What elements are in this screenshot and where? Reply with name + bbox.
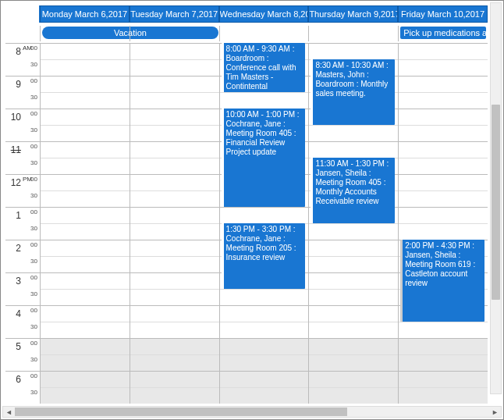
time-slot[interactable] (41, 223, 130, 240)
time-slot[interactable] (130, 109, 219, 125)
time-slot[interactable] (309, 272, 398, 289)
time-slot[interactable] (309, 322, 398, 338)
time-slot[interactable] (399, 76, 488, 92)
time-slot[interactable] (41, 158, 130, 174)
time-slot[interactable] (130, 322, 219, 338)
time-slot[interactable] (399, 387, 488, 404)
time-slot[interactable] (130, 272, 219, 289)
allday-event-pickup[interactable]: Pick up medications at... (400, 27, 486, 39)
day-header-thu[interactable]: Thursday March 9,2017 (308, 5, 398, 23)
time-slot[interactable] (399, 141, 488, 158)
time-slot[interactable] (130, 59, 219, 76)
time-slot[interactable] (130, 190, 219, 207)
time-slot[interactable] (399, 371, 488, 387)
day-col-wed[interactable]: 8:00 AM - 9:30 AM : Boardroom : Conferen… (219, 43, 309, 404)
time-slot[interactable] (41, 289, 130, 305)
event-wed-conference-call[interactable]: 8:00 AM - 9:30 AM : Boardroom : Conferen… (222, 43, 306, 92)
time-slot[interactable] (399, 322, 488, 338)
time-slot[interactable] (309, 338, 398, 354)
time-slot[interactable] (41, 272, 130, 289)
time-slot[interactable] (130, 125, 219, 141)
time-slot[interactable] (41, 190, 130, 207)
allday-thu[interactable] (308, 26, 398, 41)
event-wed-insurance-review[interactable]: 1:30 PM - 3:30 PM : Cochrane, Jane : Mee… (222, 223, 306, 289)
allday-wed[interactable] (219, 26, 309, 41)
day-header-tue[interactable]: Tuesday March 7,2017 (130, 5, 219, 23)
time-slot[interactable] (130, 43, 219, 59)
time-slot[interactable] (41, 240, 130, 256)
time-slot[interactable] (399, 125, 488, 141)
time-slot[interactable] (130, 354, 219, 371)
day-col-fri[interactable]: 2:00 PM - 4:30 PM : Jansen, Sheila : Mee… (398, 43, 488, 404)
time-slot[interactable] (399, 190, 488, 207)
horizontal-scrollbar-thumb[interactable] (15, 408, 347, 416)
time-slot[interactable] (309, 387, 398, 404)
scroll-left-icon[interactable]: ◄ (3, 407, 15, 417)
day-col-tue[interactable] (130, 43, 219, 404)
horizontal-scrollbar-track[interactable] (15, 407, 489, 417)
time-slot[interactable] (309, 141, 398, 158)
time-slot[interactable] (309, 43, 398, 59)
time-slot[interactable] (220, 92, 309, 109)
time-slot[interactable] (130, 371, 219, 387)
time-slot[interactable] (220, 305, 309, 322)
time-slot[interactable] (41, 76, 130, 92)
time-slot[interactable] (399, 92, 488, 109)
time-slot[interactable] (41, 59, 130, 76)
time-slot[interactable] (399, 109, 488, 125)
time-slot[interactable] (399, 158, 488, 174)
time-slot[interactable] (41, 92, 130, 109)
day-header-mon[interactable]: Monday March 6,2017 (40, 5, 130, 23)
time-slot[interactable] (220, 289, 309, 305)
time-slot[interactable] (41, 109, 130, 125)
time-slot[interactable] (399, 59, 488, 76)
time-slot[interactable] (220, 387, 309, 404)
time-slot[interactable] (130, 223, 219, 240)
time-slot[interactable] (41, 322, 130, 338)
time-slot[interactable] (130, 305, 219, 322)
time-slot[interactable] (220, 338, 309, 354)
allday-tue[interactable] (130, 26, 219, 41)
time-slot[interactable] (309, 223, 398, 240)
time-slot[interactable] (41, 174, 130, 190)
time-slot[interactable] (41, 354, 130, 371)
time-slot[interactable] (41, 338, 130, 354)
event-wed-financial-review[interactable]: 10:00 AM - 1:00 PM : Cochrane, Jane : Me… (222, 109, 306, 207)
time-slot[interactable] (41, 207, 130, 223)
vertical-scrollbar-thumb[interactable] (492, 105, 500, 300)
day-header-wed[interactable]: Wednesday March 8,2017 (219, 5, 309, 23)
time-slot[interactable] (309, 125, 398, 141)
time-slot[interactable] (130, 240, 219, 256)
event-thu-sales-meeting[interactable]: 8:30 AM - 10:30 AM : Masters, John : Boa… (311, 59, 395, 125)
time-slot[interactable] (309, 354, 398, 371)
time-slot[interactable] (399, 174, 488, 190)
time-slot[interactable] (130, 387, 219, 404)
time-slot[interactable] (41, 305, 130, 322)
day-col-mon[interactable] (40, 43, 130, 404)
time-slot[interactable] (399, 207, 488, 223)
time-slot[interactable] (399, 338, 488, 354)
time-slot[interactable] (130, 158, 219, 174)
time-slot[interactable] (309, 240, 398, 256)
time-slot[interactable] (41, 256, 130, 272)
time-slot[interactable] (130, 174, 219, 190)
time-slot[interactable] (41, 43, 130, 59)
day-header-fri[interactable]: Friday March 10,2017 (398, 5, 488, 23)
time-slot[interactable] (309, 289, 398, 305)
vertical-scrollbar[interactable] (490, 2, 502, 394)
time-slot[interactable] (41, 141, 130, 158)
day-col-thu[interactable]: 8:30 AM - 10:30 AM : Masters, John : Boa… (308, 43, 398, 404)
time-slot[interactable] (130, 141, 219, 158)
time-slot[interactable] (220, 371, 309, 387)
scroll-right-icon[interactable]: ► (489, 407, 501, 417)
time-slot[interactable] (130, 207, 219, 223)
allday-mon[interactable]: Vacation (40, 26, 130, 41)
time-slot[interactable] (399, 223, 488, 240)
time-slot[interactable] (309, 256, 398, 272)
time-slot[interactable] (399, 43, 488, 59)
time-slot[interactable] (399, 354, 488, 371)
time-slot[interactable] (220, 322, 309, 338)
event-thu-accounts-review[interactable]: 11:30 AM - 1:30 PM : Jansen, Sheila : Me… (311, 158, 395, 223)
time-slot[interactable] (130, 338, 219, 354)
time-slot[interactable] (130, 76, 219, 92)
